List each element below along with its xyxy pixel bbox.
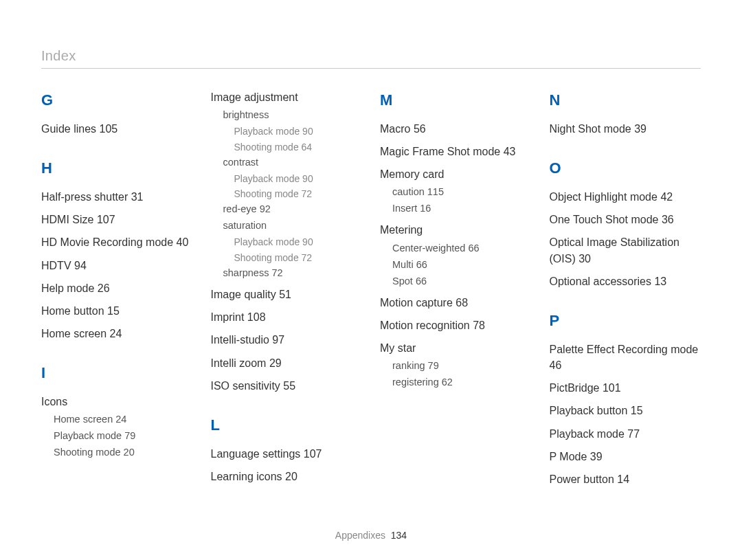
index-subentry: Spot 66 <box>392 274 532 289</box>
entry-text: HD Movie Recording mode <box>41 236 173 248</box>
index-entry: Imprint 108 <box>211 309 363 325</box>
index-entry: Home screen 24 <box>41 326 193 341</box>
index-entry: Motion capture 68 <box>380 295 532 311</box>
entry-page: 108 <box>247 311 266 323</box>
entry-text: Night Shot mode <box>550 123 631 135</box>
entry-text: Shooting mode <box>54 447 121 458</box>
entry-page: 40 <box>177 236 189 248</box>
entry-page: 51 <box>279 289 291 300</box>
index-subentry: brightness <box>223 108 363 122</box>
entry-text: P Mode <box>550 451 587 462</box>
index-subentry: caution 115 <box>392 185 532 199</box>
index-entry: Optical Image Stabilization (OIS) 30 <box>550 234 701 266</box>
entry-text: ISO sensitivity <box>211 380 280 392</box>
index-entry: Home button 15 <box>41 303 193 319</box>
entry-page: 26 <box>98 282 110 294</box>
entry-page: 64 <box>302 142 313 153</box>
index-entry: PictBridge 101 <box>550 380 701 396</box>
index-subentry: registering 62 <box>392 375 532 390</box>
index-subentry: contrast <box>223 155 363 170</box>
index-entry: Guide lines 105 <box>41 121 193 137</box>
entry-page: 20 <box>124 447 135 458</box>
index-entry: Power button 14 <box>550 471 701 487</box>
entry-text: Home button <box>41 305 104 317</box>
entry-text: Spot <box>392 276 413 287</box>
index-subentry-2: Playback mode 90 <box>234 172 363 186</box>
entry-text: Guide lines <box>41 123 96 135</box>
index-subentry: red-eye 92 <box>223 202 363 216</box>
index-column: GGuide lines 105HHalf-press shutter 31HD… <box>41 89 193 494</box>
page-header: Index <box>41 48 701 64</box>
index-entry: HD Movie Recording mode 40 <box>41 234 193 250</box>
index-entry: One Touch Shot mode 36 <box>550 212 701 227</box>
index-page: Index GGuide lines 105HHalf-press shutte… <box>0 0 742 560</box>
index-entry: Object Highlight mode 42 <box>550 189 701 205</box>
entry-text: Playback mode <box>550 428 625 440</box>
entry-text: Macro <box>380 123 410 135</box>
index-columns: GGuide lines 105HHalf-press shutter 31HD… <box>41 89 701 494</box>
entry-page: 90 <box>302 126 313 137</box>
entry-text: brightness <box>223 109 269 120</box>
index-entry: ISO sensitivity 55 <box>211 378 363 394</box>
entry-page: 72 <box>271 267 282 278</box>
entry-text: Half-press shutter <box>41 191 128 203</box>
index-group-heading: Icons <box>41 394 193 410</box>
index-entry: Half-press shutter 31 <box>41 189 193 205</box>
entry-page: 72 <box>302 188 313 199</box>
entry-text: Optical Image Stabilization (OIS) <box>550 236 679 264</box>
index-entry: Image quality 51 <box>211 287 363 302</box>
entry-page: 97 <box>272 334 284 346</box>
entry-page: 66 <box>416 276 427 287</box>
entry-page: 24 <box>115 414 126 425</box>
section-letter: M <box>380 89 532 111</box>
index-subentry: Home screen 24 <box>54 412 193 427</box>
entry-text: Shooting mode <box>234 142 299 153</box>
section-letter: H <box>41 157 193 179</box>
entry-text: red-eye <box>223 203 257 214</box>
entry-text: Intelli zoom <box>211 357 267 369</box>
index-entry: P Mode 39 <box>550 449 701 464</box>
entry-page: 94 <box>74 260 87 271</box>
entry-text: Metering <box>380 224 423 236</box>
entry-page: 39 <box>590 451 603 462</box>
index-subentry-2: Playback mode 90 <box>234 124 363 138</box>
index-subentry-2: Playback mode 90 <box>234 235 363 249</box>
entry-text: Learning icons <box>211 471 282 482</box>
entry-page: 66 <box>416 259 427 270</box>
entry-page: 101 <box>603 382 621 394</box>
index-subentry: Playback mode 79 <box>54 429 193 443</box>
index-entry: Learning icons 20 <box>211 469 363 484</box>
index-subentry: Multi 66 <box>392 258 532 272</box>
entry-text: caution <box>392 186 425 197</box>
entry-text: Optional accessories <box>550 276 652 287</box>
entry-text: Shooting mode <box>234 252 299 263</box>
entry-text: Motion recognition <box>380 320 470 331</box>
entry-page: 16 <box>420 203 431 214</box>
entry-text: Imprint <box>211 311 245 323</box>
index-subentry: Insert 16 <box>392 201 532 216</box>
entry-page: 105 <box>100 123 118 135</box>
index-entry: Intelli zoom 29 <box>211 355 363 371</box>
entry-text: Intelli-studio <box>211 334 269 346</box>
index-entry: Motion recognition 78 <box>380 317 532 333</box>
entry-page: 66 <box>468 243 479 254</box>
entry-page: 78 <box>473 320 485 331</box>
entry-text: sharpness <box>223 267 269 278</box>
entry-text: ranking <box>392 360 425 371</box>
entry-text: Power button <box>550 473 614 485</box>
index-subentry-2: Shooting mode 64 <box>234 140 363 154</box>
entry-page: 31 <box>131 191 144 203</box>
entry-page: 77 <box>627 428 640 440</box>
index-entry: HDTV 94 <box>41 258 193 273</box>
page-footer: Appendixes 134 <box>0 530 742 541</box>
entry-text: Motion capture <box>380 297 453 309</box>
index-entry: Night Shot mode 39 <box>550 121 701 137</box>
index-entry: Optional accessories 13 <box>550 273 701 289</box>
entry-text: Playback mode <box>234 173 300 184</box>
entry-page: 43 <box>504 146 516 157</box>
index-group-heading: Image adjustment <box>211 89 363 105</box>
entry-text: saturation <box>223 220 267 231</box>
entry-page: 30 <box>578 253 591 265</box>
entry-text: Image quality <box>211 289 276 300</box>
entry-text: contrast <box>223 157 259 168</box>
